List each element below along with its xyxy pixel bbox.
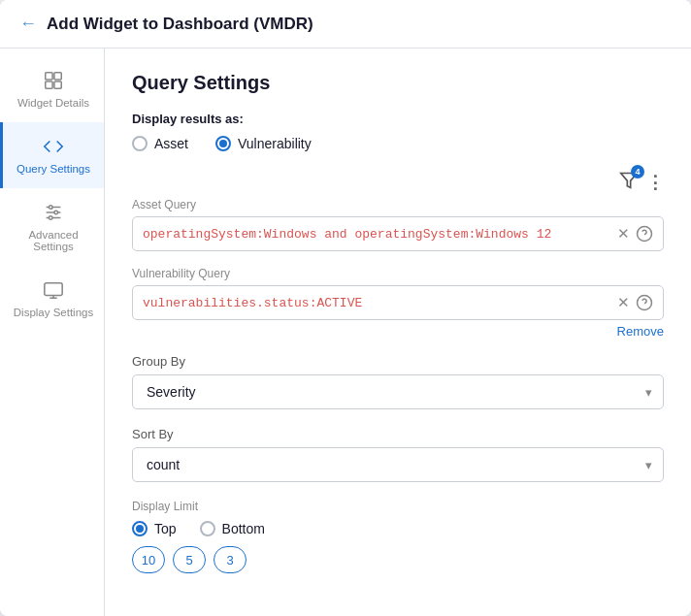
sort-by-section: Sort By count severity name ▾: [132, 427, 664, 482]
back-button[interactable]: ←: [19, 14, 37, 34]
sidebar: Widget Details Query Settings: [0, 49, 105, 616]
sidebar-item-display-settings[interactable]: Display Settings: [0, 266, 104, 332]
vulnerability-query-section: Vulnerability Query vulnerabilities.stat…: [132, 267, 664, 339]
group-by-section: Group By Severity Asset Type ▾: [132, 354, 664, 409]
radio-vulnerability-circle: [215, 136, 231, 151]
svg-rect-10: [45, 283, 62, 296]
modal-body: Widget Details Query Settings: [0, 49, 691, 616]
radio-top-label: Top: [154, 521, 177, 536]
help-icon: [636, 225, 653, 243]
sidebar-label-query-settings: Query Settings: [16, 163, 90, 175]
section-title: Query Settings: [132, 72, 664, 94]
svg-point-8: [54, 211, 58, 214]
main-content: Query Settings Display results as: Asset…: [105, 49, 691, 616]
modal-container: ← Add Widget to Dashboard (VMDR) Widget …: [0, 0, 691, 616]
remove-link[interactable]: Remove: [132, 324, 664, 339]
vulnerability-query-label: Vulnerability Query: [132, 267, 664, 280]
display-limit-label: Display Limit: [132, 500, 664, 513]
filter-bar: 4 ⋮: [132, 171, 664, 194]
sidebar-item-advanced-settings[interactable]: Advanced Settings: [0, 188, 104, 266]
asset-query-clear-button[interactable]: ✕: [617, 225, 630, 243]
sidebar-label-display-settings: Display Settings: [14, 307, 93, 318]
group-by-select-wrapper: Severity Asset Type ▾: [132, 374, 664, 409]
svg-rect-2: [46, 81, 52, 88]
help-icon-2: [636, 294, 653, 311]
group-by-select[interactable]: Severity Asset Type: [132, 374, 664, 409]
asset-query-text[interactable]: operatingSystem:Windows and operatingSys…: [143, 227, 611, 242]
radio-top-circle: [132, 521, 148, 536]
radio-vulnerability-label: Vulnerability: [238, 136, 312, 151]
radio-asset[interactable]: Asset: [132, 136, 188, 151]
sidebar-item-query-settings[interactable]: Query Settings: [0, 122, 104, 188]
sidebar-label-widget-details: Widget Details: [17, 97, 89, 109]
svg-rect-3: [54, 81, 61, 88]
display-icon: [43, 279, 64, 301]
radio-bottom-circle: [200, 521, 215, 536]
filter-button[interactable]: 4: [619, 171, 639, 194]
modal-header: ← Add Widget to Dashboard (VMDR): [0, 0, 691, 49]
sidebar-label-advanced-settings: Advanced Settings: [11, 229, 96, 252]
display-limit-radio-group: Top Bottom: [132, 521, 664, 536]
svg-point-7: [49, 206, 52, 210]
group-by-label: Group By: [132, 354, 664, 369]
sidebar-item-widget-details[interactable]: Widget Details: [0, 56, 104, 122]
limit-buttons-group: 10 5 3: [132, 546, 664, 573]
svg-point-9: [49, 216, 52, 220]
more-options-button[interactable]: ⋮: [646, 172, 664, 193]
asset-query-help-button[interactable]: [636, 225, 653, 243]
vulnerability-query-input-wrapper: vulnerabilities.status:ACTIVE ✕: [132, 285, 664, 320]
filter-badge-count: 4: [631, 165, 644, 178]
sort-by-label: Sort By: [132, 427, 664, 441]
display-results-radio-group: Asset Vulnerability: [132, 136, 664, 151]
display-results-label: Display results as:: [132, 112, 664, 126]
asset-query-label: Asset Query: [132, 198, 664, 211]
asset-query-input-wrapper: operatingSystem:Windows and operatingSys…: [132, 216, 664, 251]
vulnerability-query-clear-button[interactable]: ✕: [617, 294, 630, 311]
sort-by-select-wrapper: count severity name ▾: [132, 447, 664, 482]
vulnerability-query-help-button[interactable]: [636, 294, 653, 311]
asset-query-section: Asset Query operatingSystem:Windows and …: [132, 198, 664, 251]
radio-asset-circle: [132, 136, 148, 151]
vulnerability-query-text[interactable]: vulnerabilities.status:ACTIVE: [143, 296, 611, 310]
radio-vulnerability[interactable]: Vulnerability: [215, 136, 312, 151]
svg-rect-0: [46, 73, 52, 80]
limit-btn-3[interactable]: 3: [214, 546, 247, 573]
sort-by-select[interactable]: count severity name: [132, 447, 664, 482]
limit-btn-10[interactable]: 10: [132, 546, 165, 573]
radio-asset-label: Asset: [154, 136, 188, 151]
modal-title: Add Widget to Dashboard (VMDR): [47, 15, 313, 34]
radio-bottom[interactable]: Bottom: [200, 521, 265, 536]
sliders-icon: [43, 202, 64, 223]
radio-top[interactable]: Top: [132, 521, 177, 536]
limit-btn-5[interactable]: 5: [173, 546, 206, 573]
radio-bottom-label: Bottom: [222, 521, 265, 536]
svg-rect-1: [54, 73, 61, 80]
display-limit-section: Display Limit Top Bottom 10 5 3: [132, 500, 664, 573]
code-icon: [43, 136, 64, 157]
widget-icon: [43, 70, 64, 91]
